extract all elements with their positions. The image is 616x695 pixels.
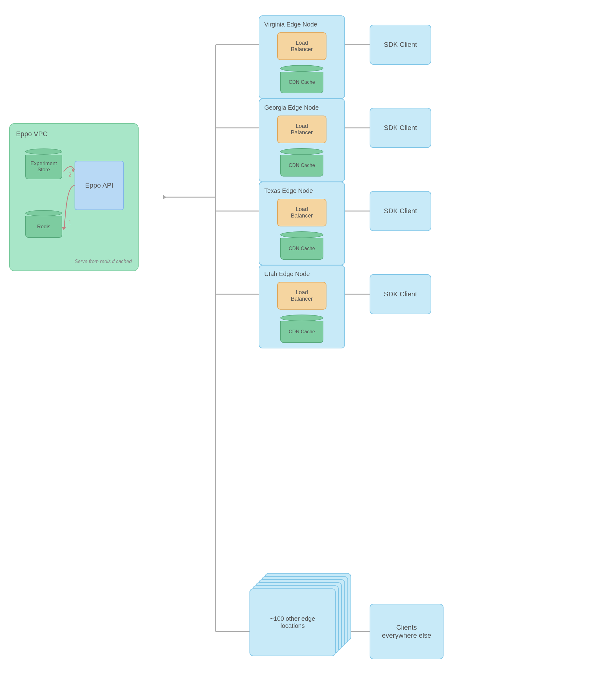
texas-edge-node: Texas Edge Node LoadBalancer CDN Cache [259,182,345,265]
virginia-load-balancer: LoadBalancer [277,32,326,60]
utah-title: Utah Edge Node [264,270,339,277]
diagram: Eppo VPC ExperimentStore Redis Eppo API … [0,0,616,695]
sdk-client-utah: SDK Client [370,274,431,314]
sdk-client-utah-label: SDK Client [384,290,417,298]
sdk-client-virginia-label: SDK Client [384,41,417,49]
sdk-client-virginia: SDK Client [370,24,431,65]
other-locations-front: ~100 other edgelocations [250,589,336,656]
virginia-title: Virginia Edge Node [264,21,339,28]
utah-cdn-cache: CDN Cache [264,315,339,343]
sdk-client-georgia: SDK Client [370,108,431,148]
virginia-cdn-cache: CDN Cache [264,65,339,94]
svg-marker-17 [163,195,166,199]
texas-cdn-cache: CDN Cache [264,231,339,260]
sdk-client-georgia-label: SDK Client [384,124,417,132]
label-2: 2 [68,172,71,178]
georgia-edge-node: Georgia Edge Node LoadBalancer CDN Cache [259,99,345,182]
vpc-label: Eppo VPC [16,130,132,138]
sdk-client-texas-label: SDK Client [384,207,417,215]
utah-load-balancer: LoadBalancer [277,282,326,310]
sdk-client-texas: SDK Client [370,191,431,231]
svg-marker-18 [62,227,66,230]
redis-label: Redis [37,224,50,230]
vpc-box: Eppo VPC ExperimentStore Redis Eppo API … [9,123,139,271]
svg-marker-19 [71,169,74,172]
experiment-store: ExperimentStore [25,149,62,179]
texas-title: Texas Edge Node [264,187,339,194]
redis-note: Serve from redis if cached [74,259,132,264]
georgia-cdn-cache: CDN Cache [264,148,339,176]
georgia-load-balancer: LoadBalancer [277,116,326,143]
eppo-api-label: Eppo API [85,182,113,189]
utah-edge-node: Utah Edge Node LoadBalancer CDN Cache [259,265,345,349]
label-1: 1 [68,219,71,226]
clients-everywhere: Clientseverywhere else [370,604,444,659]
virginia-edge-node: Virginia Edge Node LoadBalancer CDN Cach… [259,15,345,99]
texas-load-balancer: LoadBalancer [277,199,326,226]
redis-store: Redis [25,210,62,238]
georgia-title: Georgia Edge Node [264,104,339,111]
experiment-store-label: ExperimentStore [31,160,57,173]
clients-everywhere-label: Clientseverywhere else [382,624,431,640]
eppo-api-box: Eppo API [74,161,124,210]
